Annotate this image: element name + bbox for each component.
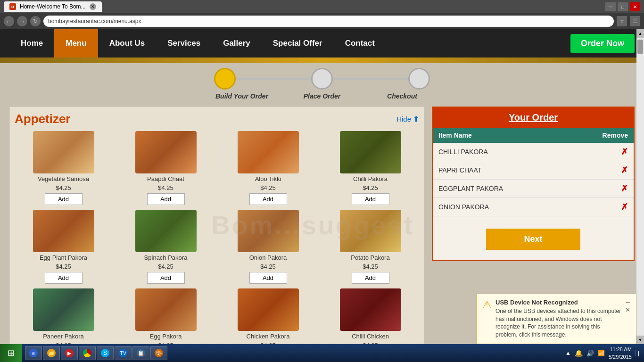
remove-header: Remove	[568, 128, 634, 143]
nav-services[interactable]: Services	[156, 29, 212, 58]
maximize-button[interactable]: □	[618, 2, 628, 11]
usb-notification[interactable]: ⚠ USB Device Not Recognized One of the U…	[476, 294, 636, 344]
order-row: CHILLI PAKORA ✗	[433, 143, 634, 161]
menu-item: Paapdi Chaat $4.25 Add	[117, 131, 215, 205]
scroll-up-arrow[interactable]: ▲	[636, 29, 644, 38]
start-button[interactable]: ⊞	[0, 344, 22, 362]
food-name: Chilli Chicken	[352, 333, 389, 340]
clock-time: 11:28 AM	[609, 346, 632, 354]
media-icon: ▶	[65, 349, 74, 357]
settings-button[interactable]: ☰	[630, 16, 640, 26]
show-desktop-icon[interactable]: |	[636, 350, 639, 356]
add-button[interactable]: Add	[352, 272, 389, 284]
nav-gallery[interactable]: Gallery	[212, 29, 262, 58]
browser-chrome: B Home-Welcome To Bom... ✕ ─ □ ✕ ← → ↻ b…	[0, 0, 644, 29]
nav-home[interactable]: Home	[9, 29, 54, 58]
remove-button[interactable]: ✗	[621, 202, 628, 212]
food-name: Onion Pakora	[249, 254, 287, 261]
food-price: $4.25	[260, 263, 276, 270]
food-price: $4.25	[260, 184, 276, 191]
address-bar[interactable]: bombayrestaurantac.com/menu.aspx	[43, 16, 614, 27]
remove-button[interactable]: ✗	[621, 184, 628, 193]
forward-button[interactable]: →	[17, 16, 27, 26]
nav-about[interactable]: About Us	[98, 29, 157, 58]
network-wifi-icon: 📶	[598, 350, 605, 356]
add-button[interactable]: Add	[45, 272, 83, 284]
food-image	[238, 131, 299, 173]
hide-label: Hide	[396, 115, 411, 123]
nav-special-offer[interactable]: Special Offer	[262, 29, 334, 58]
explorer-icon: 📁	[47, 349, 56, 357]
usb-close-area: ─ ✕	[625, 299, 630, 339]
minimize-button[interactable]: ─	[605, 2, 616, 11]
usb-title: USB Device Not Recognized	[495, 299, 621, 306]
taskbar-chrome-app[interactable]	[79, 346, 96, 360]
windows-icon: ⊞	[8, 348, 15, 358]
order-row: ONION PAKORA ✗	[433, 198, 634, 216]
step3-label: Checkout	[362, 92, 442, 100]
taskbar-ie-app[interactable]: e	[25, 346, 42, 360]
remove-button[interactable]: ✗	[621, 165, 628, 175]
taskbar-explorer-app[interactable]: 📁	[43, 346, 60, 360]
tab-bar: B Home-Welcome To Bom... ✕ ─ □ ✕	[0, 0, 644, 13]
progress-section: Build Your Order Place Order Checkout	[9, 68, 635, 100]
add-button[interactable]: Add	[45, 193, 83, 205]
food-price: $4.25	[363, 263, 378, 270]
step3-circle	[408, 68, 430, 90]
usb-message: One of the USB devices attached to this …	[495, 307, 621, 339]
scroll-down-arrow[interactable]: ▼	[636, 336, 644, 344]
url-text: bombayrestaurantac.com/menu.aspx	[48, 18, 141, 25]
menu-item: Aloo Tikki $4.25 Add	[219, 131, 317, 205]
active-tab[interactable]: B Home-Welcome To Bom... ✕	[4, 1, 102, 12]
nav-contact[interactable]: Contact	[334, 29, 386, 58]
food-image	[33, 288, 94, 331]
back-button[interactable]: ←	[4, 16, 14, 26]
add-button[interactable]: Add	[352, 193, 389, 205]
scroll-thumb[interactable]	[637, 40, 643, 54]
order-item-name: PAPRI CHAAT	[433, 161, 568, 180]
hide-icon: ⬆	[413, 115, 419, 123]
taskbar-paint-app[interactable]: 🎨	[150, 346, 167, 360]
header-band	[0, 58, 644, 63]
food-image	[33, 210, 94, 252]
clock-date: 5/29/2015	[609, 353, 632, 361]
nav-items: Home Menu About Us Services Gallery Spec…	[9, 29, 386, 58]
menu-item: Egg Pakora $4.25 Add	[117, 288, 215, 344]
add-button[interactable]: Add	[147, 272, 185, 284]
scrollbar[interactable]: ▲ ▼	[636, 29, 644, 344]
refresh-button[interactable]: ↻	[30, 16, 41, 26]
order-table: Item Name Remove CHILLI PAKORA ✗ PAPRI C…	[433, 128, 634, 216]
food-name: Egg Pakora	[150, 333, 182, 340]
star-button[interactable]: ☆	[617, 16, 627, 26]
food-image	[135, 288, 197, 331]
usb-minimize-button[interactable]: ─	[625, 299, 630, 305]
taskbar-skype-app[interactable]: S	[97, 346, 114, 360]
close-button[interactable]: ✕	[630, 2, 640, 11]
chrome-icon	[83, 349, 91, 357]
taskbar-media-app[interactable]: ▶	[61, 346, 78, 360]
add-button[interactable]: Add	[249, 272, 287, 284]
tab-close-button[interactable]: ✕	[90, 3, 96, 10]
next-section: Next	[433, 216, 634, 260]
taskbar-app6[interactable]: 📋	[132, 346, 149, 360]
remove-button[interactable]: ✗	[621, 147, 628, 156]
appetizer-header: Appetizer Hide ⬆	[15, 112, 419, 126]
menu-item: Egg Plant Pakora $4.25 Add	[15, 210, 112, 284]
menu-item: Chilli Pakora $4.25 Add	[322, 131, 419, 205]
progress-steps	[214, 68, 430, 90]
add-button[interactable]: Add	[249, 193, 287, 205]
order-row: PAPRI CHAAT ✗	[433, 161, 634, 180]
order-item-name: ONION PAKORA	[433, 198, 568, 216]
usb-warning-icon: ⚠	[482, 299, 492, 339]
next-button[interactable]: Next	[486, 229, 580, 250]
taskbar-teamviewer-app[interactable]: TV	[115, 346, 132, 360]
appetizer-section: Bom...suggest Appetizer Hide ⬆ Vegetable…	[9, 107, 424, 344]
food-name: Aloo Tikki	[255, 175, 281, 182]
step1-label: Build Your Order	[202, 92, 282, 100]
add-button[interactable]: Add	[147, 193, 185, 205]
usb-close-button[interactable]: ✕	[625, 306, 630, 313]
food-image	[340, 210, 401, 252]
hide-button[interactable]: Hide ⬆	[396, 115, 419, 123]
order-now-button[interactable]: Order Now	[570, 34, 635, 53]
nav-menu[interactable]: Menu	[54, 29, 98, 58]
